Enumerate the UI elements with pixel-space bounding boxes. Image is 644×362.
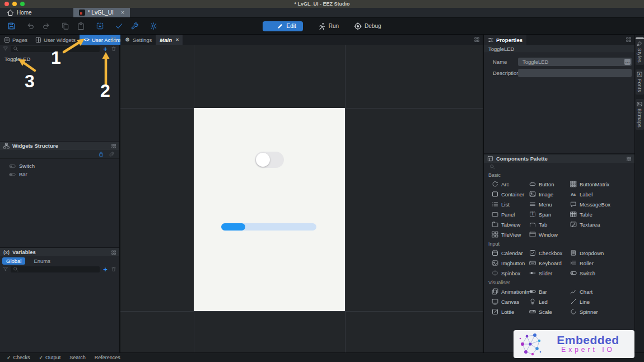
delete-action-icon[interactable] <box>111 46 116 51</box>
palette-item-imgbutton[interactable]: Imgbutton <box>492 258 529 268</box>
add-action-button[interactable]: + <box>102 45 109 53</box>
description-input[interactable] <box>521 69 631 77</box>
copy-button[interactable] <box>61 22 69 30</box>
palette-search-row <box>484 163 634 171</box>
tab-enums[interactable]: Enums <box>30 257 54 265</box>
link-icon[interactable] <box>109 151 115 157</box>
tab-icon <box>529 221 536 228</box>
palette-item-scale[interactable]: Scale <box>529 307 570 317</box>
palette-item-window[interactable]: Window <box>529 229 570 239</box>
status-tab-output[interactable]: ✓Output <box>36 355 64 360</box>
bar-widget[interactable] <box>221 223 316 231</box>
palette-item-button[interactable]: Button <box>529 179 570 189</box>
check-button[interactable] <box>115 22 123 30</box>
filter-icon[interactable] <box>3 266 8 272</box>
build-wrench-button[interactable] <box>130 22 139 30</box>
palette-item-tab[interactable]: Tab <box>529 219 570 229</box>
lock-icon[interactable] <box>98 151 104 157</box>
tab-main[interactable]: Main × <box>156 35 183 45</box>
lvgl-page[interactable] <box>194 108 345 311</box>
edit-mode-button[interactable]: Edit <box>263 21 302 31</box>
checkbox-icon <box>529 250 536 256</box>
palette-item-led[interactable]: Led <box>529 297 570 307</box>
editor-panel: ⚙ Settings Main × <box>120 35 483 352</box>
name-input[interactable] <box>521 58 624 65</box>
close-tab-icon[interactable]: × <box>121 10 124 16</box>
redo-button[interactable] <box>42 22 50 30</box>
tab-user-widgets[interactable]: User Widgets <box>31 35 80 45</box>
actions-search-input[interactable] <box>21 46 97 51</box>
palette-item-textarea[interactable]: Textarea <box>570 219 634 229</box>
tab-user-actions[interactable]: <> User Actions <box>80 35 125 45</box>
palette-item-lottie[interactable]: Lottie <box>492 307 529 317</box>
palette-item-container[interactable]: Container <box>492 189 529 199</box>
palette-item-spinbox[interactable]: Spinbox <box>492 268 529 278</box>
palette-item-checkbox[interactable]: Checkbox <box>529 248 570 258</box>
more-button[interactable]: … <box>624 59 631 65</box>
variables-search-input[interactable] <box>21 266 97 272</box>
status-tab-search[interactable]: Search <box>66 355 89 360</box>
dock-icon[interactable] <box>474 36 480 43</box>
vertical-tab-styles[interactable]: Styles <box>636 37 644 65</box>
tree-item-bar[interactable]: Bar <box>0 170 119 178</box>
vertical-tab-bitmaps[interactable]: Bitmaps <box>636 99 644 130</box>
dock-icon[interactable] <box>111 250 117 256</box>
tab-pages[interactable]: Pages <box>0 35 31 45</box>
palette-item-tabview[interactable]: Tabview <box>492 219 529 229</box>
undo-button[interactable] <box>26 22 35 30</box>
dock-icon[interactable] <box>626 156 632 162</box>
dock-icon[interactable] <box>111 143 117 149</box>
settings-gear-button[interactable] <box>150 22 158 30</box>
import-frame-button[interactable] <box>96 22 104 30</box>
palette-item-image[interactable]: Image <box>529 189 570 199</box>
palette-item-buttonmatrix[interactable]: ButtonMatrix <box>570 179 634 189</box>
tab-global[interactable]: Global <box>2 257 25 265</box>
palette-search-input[interactable] <box>497 164 629 170</box>
palette-item-canvas[interactable]: Canvas <box>492 297 529 307</box>
palette-item-bar[interactable]: Bar <box>529 286 570 297</box>
palette-item-calendar[interactable]: Calendar <box>492 248 529 258</box>
palette-item-animationim[interactable]: AnimationIm... <box>492 286 529 297</box>
dock-icon[interactable] <box>626 36 632 43</box>
palette-item-arc[interactable]: Arc <box>492 179 529 189</box>
palette-item-list[interactable]: List <box>492 199 529 209</box>
status-tab-checks[interactable]: ✓Checks <box>3 355 34 360</box>
tab-settings[interactable]: ⚙ Settings <box>120 35 156 45</box>
run-mode-button[interactable]: Run <box>311 22 339 30</box>
delete-variable-icon[interactable] <box>111 266 116 272</box>
switch-widget[interactable] <box>255 152 284 168</box>
palette-item-chart[interactable]: Chart <box>570 286 634 297</box>
add-variable-button[interactable]: + <box>102 266 109 273</box>
project-tab[interactable]: * LvGL_UI × <box>73 8 130 17</box>
palette-item-spinner[interactable]: Spinner <box>570 307 634 317</box>
dropdown-icon <box>570 250 577 256</box>
palette-item-label[interactable]: AaLabel <box>570 189 634 199</box>
palette-item-table[interactable]: Table <box>570 209 634 219</box>
palette-item-line[interactable]: Line <box>570 297 634 307</box>
home-tab[interactable]: Home <box>0 8 39 17</box>
palette-item-switch[interactable]: Switch <box>570 268 634 278</box>
user-widgets-icon <box>35 37 41 43</box>
palette-item-panel[interactable]: Panel <box>492 209 529 219</box>
filter-icon[interactable] <box>3 46 8 51</box>
palette-item-roller[interactable]: Roller <box>570 258 634 268</box>
tree-item-switch[interactable]: Switch <box>0 162 119 170</box>
close-tab-icon[interactable]: × <box>176 37 179 43</box>
search-icon <box>489 164 495 170</box>
palette-item-span[interactable]: TSpan <box>529 209 570 219</box>
design-canvas[interactable] <box>120 45 483 352</box>
palette-item-messagebox[interactable]: MessageBox <box>570 199 634 209</box>
tab-properties[interactable]: Properties <box>484 35 526 45</box>
palette-item-menu[interactable]: Menu <box>529 199 570 209</box>
palette-item-dropdown[interactable]: Dropdown <box>570 248 634 258</box>
save-button[interactable] <box>7 22 16 30</box>
action-item-toggleled[interactable]: ToggleLED <box>0 55 119 63</box>
debug-mode-button[interactable]: Debug <box>347 22 381 30</box>
dock-icon[interactable] <box>110 36 117 43</box>
palette-item-keyboard[interactable]: Keyboard <box>529 258 570 268</box>
paste-button[interactable] <box>77 22 85 30</box>
palette-item-tileview[interactable]: TileView <box>492 229 529 239</box>
vertical-tab-fonts[interactable]: AFonts <box>636 69 644 95</box>
palette-item-slider[interactable]: Slider <box>529 268 570 278</box>
status-tab-references[interactable]: References <box>91 355 124 360</box>
